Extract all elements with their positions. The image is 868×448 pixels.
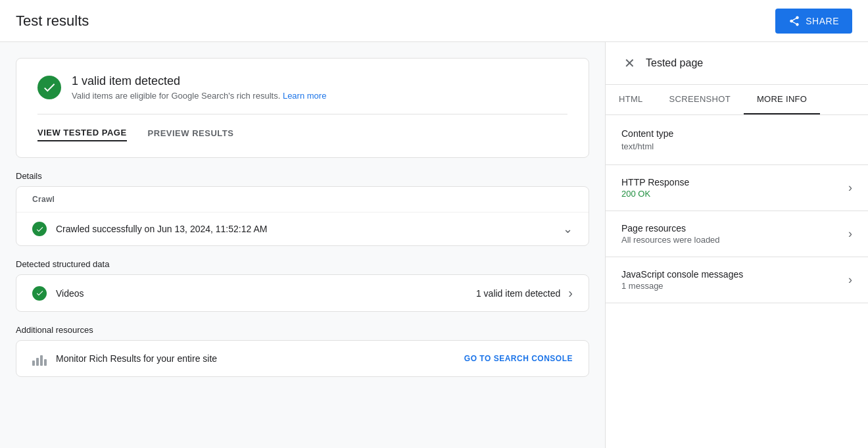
crawl-row-left: Crawled successfully on Jun 13, 2024, 11… <box>32 222 267 236</box>
crawl-chevron-down-icon[interactable]: ⌄ <box>563 222 573 236</box>
http-response-left: HTTP Response 200 OK <box>621 177 689 199</box>
right-panel-header: ✕ Tested page <box>606 42 868 85</box>
summary-description: Valid items are eligible for Google Sear… <box>72 91 326 101</box>
share-icon <box>788 15 800 27</box>
right-panel-tabs: HTML SCREENSHOT MORE INFO <box>606 85 868 115</box>
videos-data-row-right: 1 valid item detected › <box>476 286 573 301</box>
preview-results-button[interactable]: PREVIEW RESULTS <box>148 125 234 141</box>
content-type-section: Content type text/html <box>606 115 868 165</box>
bar-chart-icon <box>32 351 47 366</box>
right-panel-content: Content type text/html HTTP Response 200… <box>606 115 868 448</box>
summary-top: 1 valid item detected Valid items are el… <box>37 74 567 114</box>
content-type-value: text/html <box>621 141 852 151</box>
main-layout: 1 valid item detected Valid items are el… <box>0 42 868 448</box>
checkmark-icon <box>42 80 57 95</box>
details-section-label: Details <box>16 171 589 181</box>
additional-section-label: Additional resources <box>16 325 589 335</box>
go-to-search-console-link[interactable]: GO TO SEARCH CONSOLE <box>464 354 573 363</box>
crawl-card: Crawl Crawled successfully on Jun 13, 20… <box>16 186 589 246</box>
js-console-chevron-right-icon: › <box>848 273 852 287</box>
page-resources-left: Page resources All resources were loaded <box>621 223 720 245</box>
tab-html[interactable]: HTML <box>606 85 656 114</box>
http-response-chevron-right-icon: › <box>848 181 852 195</box>
search-console-text: Monitor Rich Results for your entire sit… <box>56 353 217 364</box>
http-response-row[interactable]: HTTP Response 200 OK › <box>606 165 868 211</box>
videos-data-row[interactable]: Videos 1 valid item detected › <box>16 275 589 311</box>
valid-count-heading: 1 valid item detected <box>72 74 326 88</box>
structured-data-card: Videos 1 valid item detected › <box>16 274 589 312</box>
crawl-header: Crawl <box>16 187 589 212</box>
videos-count: 1 valid item detected <box>476 288 560 299</box>
js-console-value: 1 message <box>621 281 743 291</box>
left-panel: 1 valid item detected Valid items are el… <box>0 42 605 448</box>
detected-section-label: Detected structured data <box>16 259 589 269</box>
videos-data-row-left: Videos <box>32 286 84 301</box>
js-console-left: JavaScript console messages 1 message <box>621 269 743 291</box>
search-console-row: Monitor Rich Results for your entire sit… <box>16 341 589 376</box>
crawl-row: Crawled successfully on Jun 13, 2024, 11… <box>16 212 589 245</box>
videos-label: Videos <box>56 288 84 299</box>
page-resources-label: Page resources <box>621 223 720 234</box>
http-response-label: HTTP Response <box>621 177 689 187</box>
videos-valid-icon <box>32 286 47 301</box>
summary-text: 1 valid item detected Valid items are el… <box>72 74 326 101</box>
content-type-label: Content type <box>621 128 852 139</box>
additional-resources-card: Monitor Rich Results for your entire sit… <box>16 340 589 377</box>
js-console-label: JavaScript console messages <box>621 269 743 280</box>
right-panel-title: Tested page <box>646 57 703 69</box>
crawl-message: Crawled successfully on Jun 13, 2024, 11… <box>56 224 267 234</box>
videos-chevron-right-icon: › <box>568 286 573 301</box>
page-title: Test results <box>16 12 89 30</box>
valid-icon <box>37 76 61 99</box>
right-panel: ✕ Tested page HTML SCREENSHOT MORE INFO … <box>605 42 868 448</box>
close-panel-button[interactable]: ✕ <box>621 53 638 74</box>
view-tested-page-button[interactable]: VIEW TESTED PAGE <box>37 125 127 141</box>
tab-more-info[interactable]: MORE INFO <box>744 85 820 114</box>
summary-actions: VIEW TESTED PAGE PREVIEW RESULTS <box>37 114 567 141</box>
page-resources-chevron-right-icon: › <box>848 227 852 241</box>
checkmark-small-icon <box>36 225 44 234</box>
learn-more-link[interactable]: Learn more <box>283 91 326 101</box>
header: Test results SHARE <box>0 0 868 42</box>
summary-card: 1 valid item detected Valid items are el… <box>16 58 589 158</box>
page-resources-row[interactable]: Page resources All resources were loaded… <box>606 211 868 257</box>
search-console-left: Monitor Rich Results for your entire sit… <box>32 351 217 366</box>
http-response-value: 200 OK <box>621 189 689 199</box>
checkmark-videos-icon <box>36 289 44 297</box>
share-label: SHARE <box>806 16 839 26</box>
js-console-row[interactable]: JavaScript console messages 1 message › <box>606 257 868 303</box>
page-resources-value: All resources were loaded <box>621 235 720 245</box>
crawl-success-icon <box>32 222 47 236</box>
tab-screenshot[interactable]: SCREENSHOT <box>656 85 744 114</box>
share-button[interactable]: SHARE <box>775 9 852 34</box>
